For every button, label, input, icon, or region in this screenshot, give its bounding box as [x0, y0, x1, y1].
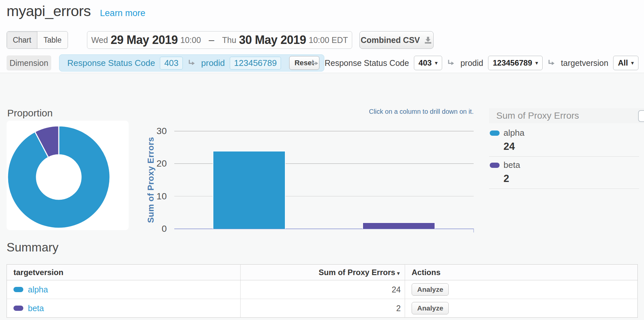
column-header-actions: Actions [405, 265, 638, 280]
legend-swatch-alpha [490, 130, 500, 136]
toggle-chart-button[interactable]: Chart [7, 31, 37, 49]
start-time: 10:00 [181, 35, 201, 45]
response-status-code-dropdown[interactable]: 403 ▾ [414, 56, 442, 70]
dropdown-value: All [618, 58, 628, 68]
drilldown-arrow-icon [311, 59, 320, 67]
analytics-dashboard: myapi_errors Learn more Chart Table Wed … [0, 0, 644, 320]
proportion-chart-title: Proportion [7, 108, 53, 119]
end-day: Thu [222, 35, 236, 45]
legend-item-alpha[interactable]: alpha 24 [489, 125, 639, 157]
column-header-sum-of-proxy-errors[interactable]: Sum of Proxy Errors▼ [241, 265, 405, 280]
legend-header: Sum of Proxy Errors [489, 108, 644, 123]
crumb-name: prodid [201, 58, 225, 68]
proportion-donut [7, 125, 112, 230]
end-time: 10:00 EDT [309, 35, 348, 45]
header-band: myapi_errors Learn more Chart Table Wed … [0, 0, 644, 73]
chart-table-toggle: Chart Table [7, 31, 68, 49]
row-value: 2 [241, 299, 405, 318]
sort-desc-icon: ▼ [396, 270, 401, 276]
column-header-targetversion[interactable]: targetversion [7, 265, 241, 280]
y-ticks: 0102030 [140, 131, 169, 229]
summary-title: Summary [7, 241, 58, 254]
dropdown-value: 403 [419, 58, 432, 68]
legend-label: alpha [504, 128, 525, 138]
toggle-table-button[interactable]: Table [37, 31, 68, 49]
legend-swatch-beta [490, 163, 500, 168]
drilldown-arrow-icon [188, 59, 196, 67]
analyze-button-alpha[interactable]: Analyze [412, 283, 449, 296]
row-link-alpha[interactable]: alpha [28, 285, 48, 294]
caret-down-icon: ▾ [631, 60, 634, 66]
end-date: 30 May 2019 [239, 33, 306, 47]
combined-csv-label: Combined CSV [361, 35, 420, 45]
legend-label: beta [504, 160, 520, 170]
table-row: alpha 24 Analyze [7, 280, 638, 299]
legend-value: 24 [504, 141, 639, 152]
dropdown-label: Response Status Code [325, 58, 409, 68]
column-header-label: Sum of Proxy Errors [319, 268, 395, 277]
legend-collapse-button[interactable] [638, 110, 644, 122]
date-range-separator: – [209, 34, 214, 46]
page-title: myapi_errors [7, 3, 91, 20]
targetversion-dropdown[interactable]: All ▾ [613, 56, 638, 70]
grid-line [174, 131, 474, 131]
legend: alpha 24 beta 2 [489, 125, 639, 189]
drilldown-breadcrumb: Response Status Code 403 prodid 12345678… [59, 54, 324, 71]
drilldown-arrow-icon [547, 59, 556, 67]
row-value: 24 [241, 280, 405, 299]
combined-csv-button[interactable]: Combined CSV [359, 31, 434, 49]
caret-down-icon: ▾ [535, 60, 538, 66]
dimension-label: Dimension [7, 55, 51, 70]
date-range-picker[interactable]: Wed 29 May 2019 10:00 – Thu 30 May 2019 … [87, 31, 352, 49]
analyze-button-beta[interactable]: Analyze [412, 302, 449, 314]
dropdown-value: 123456789 [493, 58, 532, 68]
row-swatch-beta [13, 306, 23, 311]
crumb-name: Response Status Code [67, 58, 155, 68]
proportion-donut-panel [7, 121, 129, 230]
bar-alpha[interactable] [213, 151, 286, 229]
bar-beta[interactable] [362, 222, 435, 229]
summary-table: targetversion Sum of Proxy Errors▼ Actio… [7, 264, 638, 318]
crumb-value[interactable]: 123456789 [230, 57, 281, 70]
dimension-dropdowns: Response Status Code 403 ▾ prodid 123456… [311, 54, 638, 71]
caret-down-icon: ▾ [435, 60, 438, 66]
crumb-value[interactable]: 403 [160, 57, 182, 70]
y-tick-label: 10 [140, 191, 167, 202]
legend-title: Sum of Proxy Errors [496, 110, 579, 121]
y-tick-label: 0 [140, 224, 167, 234]
start-day: Wed [91, 35, 108, 45]
drilldown-hint: Click on a column to drill down on it. [328, 108, 474, 115]
table-header-row: targetversion Sum of Proxy Errors▼ Actio… [7, 265, 638, 280]
row-swatch-alpha [13, 287, 23, 292]
legend-item-beta[interactable]: beta 2 [489, 157, 639, 189]
learn-more-link[interactable]: Learn more [100, 8, 145, 18]
download-icon [424, 36, 432, 44]
dropdown-label: targetversion [561, 58, 609, 68]
legend-value: 2 [504, 173, 639, 185]
start-date: 29 May 2019 [111, 33, 178, 47]
table-row: beta 2 Analyze [7, 299, 638, 318]
row-link-beta[interactable]: beta [28, 304, 44, 313]
y-tick-label: 30 [140, 126, 167, 136]
dropdown-label: prodid [461, 58, 483, 68]
prodid-dropdown[interactable]: 123456789 ▾ [488, 56, 543, 70]
y-tick-label: 20 [140, 158, 167, 169]
drilldown-arrow-icon [447, 59, 456, 67]
title-row: myapi_errors Learn more [7, 3, 145, 20]
bar-plot [174, 131, 474, 229]
